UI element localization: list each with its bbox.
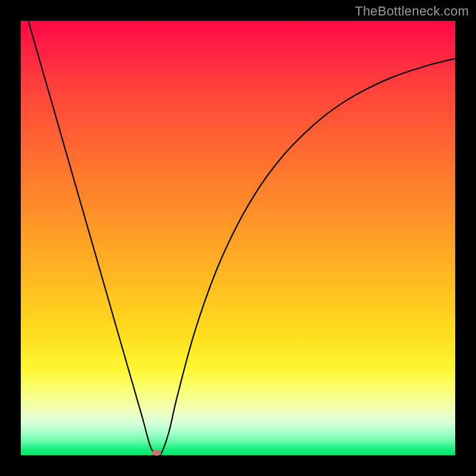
minimum-marker <box>152 450 161 456</box>
chart-frame: TheBottleneck.com <box>0 0 476 476</box>
bottleneck-curve <box>21 21 455 455</box>
plot-area <box>21 21 455 455</box>
curve-svg <box>21 21 455 455</box>
watermark-text: TheBottleneck.com <box>355 4 469 19</box>
